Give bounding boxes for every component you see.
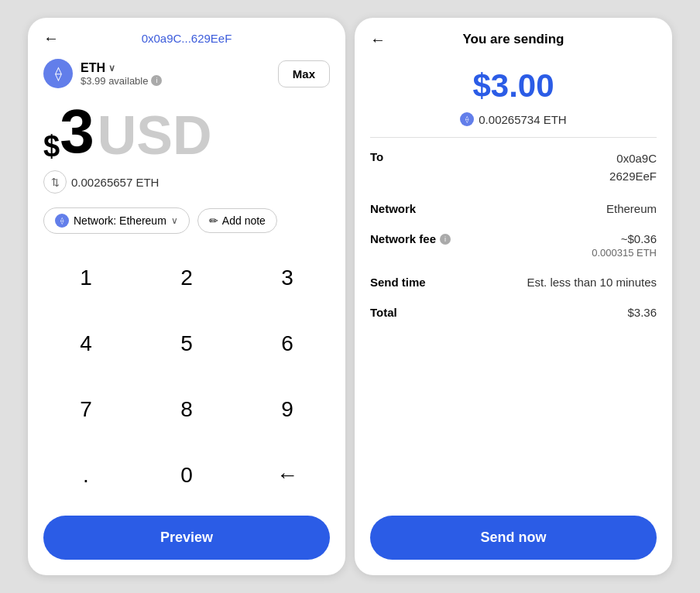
- fee-info-icon[interactable]: i: [440, 234, 451, 245]
- numpad-key-backspace[interactable]: ←: [237, 442, 338, 508]
- add-note-label: Add note: [222, 214, 266, 227]
- numpad-key-1[interactable]: 1: [36, 245, 136, 310]
- network-row: Network Ethereum: [370, 202, 657, 215]
- numpad-key-9[interactable]: 9: [237, 376, 338, 442]
- send-now-button[interactable]: Send now: [370, 516, 657, 560]
- fee-row: Network fee i ~$0.36 0.000315 ETH: [370, 232, 657, 259]
- to-address: 0x0a9C 2629EeF: [609, 150, 657, 185]
- fee-usd: ~$0.36: [592, 232, 657, 245]
- total-value: $3.36: [627, 306, 657, 319]
- back-button-2[interactable]: ←: [370, 31, 386, 49]
- info-icon[interactable]: i: [151, 75, 162, 86]
- total-label: Total: [370, 306, 397, 319]
- sending-eth-row: ⟠ 0.00265734 ETH: [355, 109, 672, 137]
- network-label: Network: Ethereum: [74, 214, 166, 227]
- token-row: ⟠ ETH ∨ $3.99 available i Max: [28, 53, 345, 93]
- usd-label: USD: [98, 108, 212, 163]
- eth-equivalent-row: ⇅ 0.00265657 ETH: [28, 166, 345, 201]
- swap-icon[interactable]: ⇅: [43, 170, 67, 194]
- time-value: Est. less than 10 minutes: [527, 276, 657, 289]
- total-row: Total $3.36: [370, 306, 657, 319]
- network-detail-label: Network: [370, 202, 416, 215]
- network-button[interactable]: ⟠ Network: Ethereum ∨: [43, 207, 190, 234]
- eth-icon: ⟠: [43, 59, 73, 88]
- numpad-key-0[interactable]: 0: [136, 442, 237, 508]
- numpad-key-5[interactable]: 5: [136, 310, 237, 376]
- network-chevron-icon: ∨: [171, 215, 178, 226]
- add-note-button[interactable]: ✏ Add note: [197, 208, 277, 233]
- network-eth-icon: ⟠: [55, 214, 69, 228]
- numpad-key-7[interactable]: 7: [36, 376, 136, 442]
- token-name: ETH ∨: [81, 61, 162, 75]
- address-display[interactable]: 0x0a9C...629EeF: [142, 32, 232, 45]
- to-row: To 0x0a9C 2629EeF: [370, 150, 657, 185]
- chevron-down-icon: ∨: [108, 63, 115, 74]
- sending-eth-text: 0.00265734 ETH: [479, 113, 566, 126]
- token-balance: $3.99 available i: [81, 75, 162, 87]
- numpad: 123456789.0←: [28, 245, 345, 508]
- screen2-title: You are sending: [463, 32, 564, 47]
- eth-equivalent-text: 0.00265657 ETH: [71, 176, 159, 189]
- to-label: To: [370, 150, 383, 163]
- amount-display: $ 3 USD: [28, 93, 345, 166]
- numpad-key-2[interactable]: 2: [136, 245, 237, 310]
- confirm-screen: ← You are sending $3.00 ⟠ 0.00265734 ETH…: [355, 18, 672, 575]
- time-label: Send time: [370, 276, 426, 289]
- options-row: ⟠ Network: Ethereum ∨ ✏ Add note: [28, 201, 345, 245]
- network-detail-value: Ethereum: [606, 202, 657, 215]
- screen2-header: ← You are sending: [355, 18, 672, 55]
- detail-section: To 0x0a9C 2629EeF Network Ethereum Netwo…: [355, 138, 672, 508]
- sending-usd: $3.00: [370, 67, 657, 105]
- numpad-key-6[interactable]: 6: [237, 310, 338, 376]
- sending-amount: $3.00: [355, 55, 672, 109]
- fee-label-row: Network fee i: [370, 232, 451, 245]
- fee-values: ~$0.36 0.000315 ETH: [592, 232, 657, 259]
- amount-number: 3: [60, 101, 94, 163]
- numpad-key-4[interactable]: 4: [36, 310, 136, 376]
- send-screen: ← 0x0a9C...629EeF ⟠ ETH ∨ $3.99 availabl…: [28, 18, 345, 575]
- back-button[interactable]: ←: [43, 29, 59, 47]
- screen1-header: ← 0x0a9C...629EeF: [28, 18, 345, 53]
- numpad-key-3[interactable]: 3: [237, 245, 338, 310]
- numpad-key-dot[interactable]: .: [36, 442, 136, 508]
- fee-eth: 0.000315 ETH: [592, 247, 657, 259]
- preview-button[interactable]: Preview: [43, 516, 330, 560]
- pencil-icon: ✏: [209, 214, 218, 227]
- max-button[interactable]: Max: [278, 60, 330, 87]
- token-info: ETH ∨ $3.99 available i: [81, 61, 162, 87]
- dollar-sign: $: [43, 132, 60, 161]
- fee-label: Network fee: [370, 232, 436, 245]
- numpad-key-8[interactable]: 8: [136, 376, 237, 442]
- sending-eth-icon: ⟠: [460, 112, 474, 126]
- token-selector[interactable]: ⟠ ETH ∨ $3.99 available i: [43, 59, 162, 88]
- time-row: Send time Est. less than 10 minutes: [370, 276, 657, 289]
